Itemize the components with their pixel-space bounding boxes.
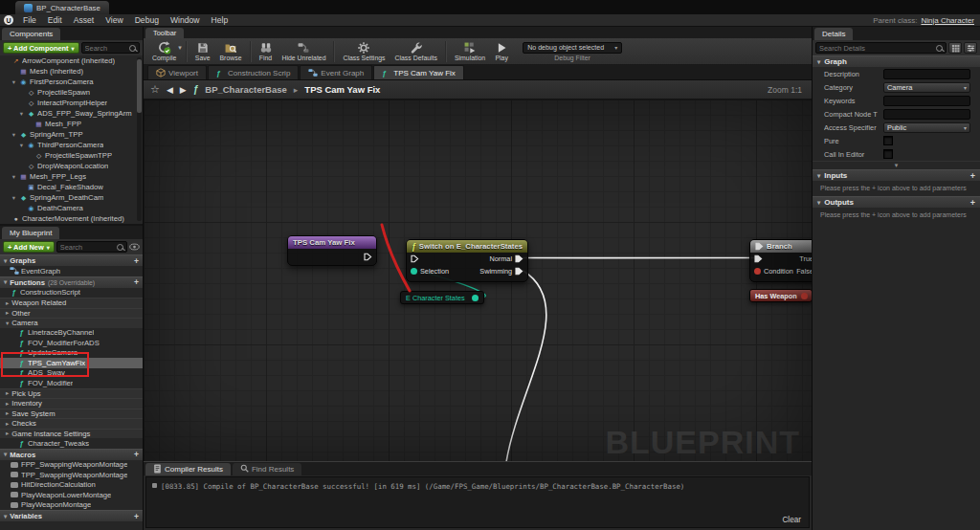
component-tree-item-mesh-fpp-legs[interactable]: ▾▦Mesh_FPP_Legs — [0, 171, 143, 182]
compile-button[interactable]: Compile — [147, 39, 181, 62]
component-tree-item-mesh-inherited[interactable]: ▦Mesh (Inherited) — [0, 66, 143, 77]
toolbar-tab[interactable]: Toolbar — [145, 28, 184, 38]
save-button[interactable]: Save — [190, 39, 215, 62]
component-tree-item-projectilespawntpp[interactable]: ◇ProjectileSpawnTPP — [0, 150, 143, 161]
component-tree-item-interactprompthelper[interactable]: ◇InteractPromptHelper — [0, 98, 143, 108]
blueprint-item-fov-modifier[interactable]: ƒFOV_Modifier — [0, 378, 143, 388]
tab-construction-scrip[interactable]: ƒConstruction Scrip — [208, 65, 299, 79]
simulation-button[interactable]: Simulation — [450, 39, 490, 62]
component-tree-item-springarm-deathcam[interactable]: ▾◆SpringArm_DeathCam — [0, 192, 143, 203]
category-camera[interactable]: ▾Camera — [0, 318, 143, 328]
my-blueprint-search-input[interactable] — [60, 243, 115, 252]
blueprint-item-tps-camyawfix[interactable]: ƒTPS_CamYawFix — [0, 358, 143, 368]
compile-options-caret-icon[interactable]: ▾ — [178, 44, 182, 52]
collapse-icon[interactable]: ▾ — [11, 173, 17, 181]
component-tree-item-springarm-tpp[interactable]: ▾◆SpringArm_TPP — [0, 129, 143, 140]
category-checks[interactable]: ▸Checks — [0, 418, 143, 429]
add-new-button[interactable]: + Add New — [3, 241, 55, 253]
enum-output-pin[interactable] — [472, 295, 479, 301]
node-has-weapon[interactable]: Has Weapon — [749, 289, 812, 302]
category-save-system[interactable]: ▸Save System — [0, 409, 143, 419]
add-output-button[interactable] — [970, 198, 975, 208]
components-search-input[interactable] — [85, 44, 127, 53]
detail-text-field[interactable] — [883, 109, 970, 120]
details-search-input[interactable] — [819, 44, 934, 53]
components-search[interactable] — [81, 42, 140, 54]
section-functions[interactable]: ▾Functions(28 Overridable)+ — [0, 276, 143, 288]
component-tree-item-mesh-fpp[interactable]: ▦Mesh_FPP — [0, 119, 143, 129]
add-macros-button[interactable]: + — [134, 450, 139, 459]
enum-input-pin[interactable] — [411, 268, 417, 275]
add-functions-button[interactable]: + — [134, 277, 139, 287]
component-tree-item-dropweaponlocation[interactable]: ◇DropWeaponLocation — [0, 161, 143, 171]
components-tab[interactable]: Components — [2, 28, 60, 40]
section-graphs[interactable]: ▾Graphs+ — [0, 254, 143, 266]
detail-text-field[interactable] — [883, 96, 970, 106]
component-tree-item-decal-fakeshadow[interactable]: ▣Decal_FakeShadow — [0, 182, 143, 192]
favorite-star-icon[interactable] — [150, 83, 160, 96]
detail-dropdown[interactable]: Public — [883, 122, 970, 133]
graph-section-header[interactable]: Graph — [813, 55, 980, 67]
detail-dropdown[interactable]: Camera — [883, 82, 970, 93]
menu-asset[interactable]: Asset — [68, 15, 100, 25]
component-tree-item-arrowcomponent-inherited[interactable]: ↗ArrowComponent (Inherited) — [0, 55, 143, 66]
scrollbar-thumb[interactable] — [137, 59, 142, 113]
menu-file[interactable]: File — [17, 15, 42, 25]
add-graphs-button[interactable]: + — [134, 256, 139, 266]
collapse-icon[interactable]: ▾ — [11, 131, 17, 139]
blueprint-item-character-tweaks[interactable]: ƒCharacter_Tweaks — [0, 438, 143, 449]
collapse-icon[interactable]: ▾ — [11, 78, 17, 86]
component-tree-item-firstpersoncamera[interactable]: ▾◉FirstPersonCamera — [0, 77, 143, 87]
find-button[interactable]: Find — [255, 39, 278, 62]
details-search[interactable] — [815, 42, 947, 54]
tab-compiler-results[interactable]: Compiler Results — [145, 463, 231, 475]
category-other[interactable]: ▸Other — [0, 308, 143, 319]
component-tree-item-thirdpersoncamera[interactable]: ▾◉ThirdPersonCamera — [0, 140, 143, 150]
category-pick-ups[interactable]: ▸Pick Ups — [0, 388, 143, 399]
class-defaults-button[interactable]: Class Defaults — [390, 39, 442, 62]
exec-out-pin[interactable] — [364, 253, 372, 261]
add-variables-button[interactable]: + — [134, 512, 139, 521]
component-tree-item-projectilespawn[interactable]: ◇ProjectileSpawn — [0, 87, 143, 98]
blueprint-item-fpp-swappingweaponmontage[interactable]: FPP_SwappingWeaponMontage — [0, 460, 143, 471]
hide-unrelated-button[interactable]: Hide Unrelated — [278, 39, 331, 62]
exec-in-pin[interactable] — [754, 254, 763, 263]
component-tree-item-charactermovement-inherited[interactable]: ●CharacterMovement (Inherited) — [0, 213, 143, 224]
menu-edit[interactable]: Edit — [42, 15, 68, 25]
collapse-icon[interactable]: ▾ — [18, 142, 25, 149]
forward-icon[interactable] — [180, 85, 187, 95]
blueprint-item-tpp-swappingweaponmontage[interactable]: TPP_SwappingWeaponMontage — [0, 470, 143, 480]
component-tree-item-deathcamera[interactable]: ◉DeathCamera — [0, 203, 143, 213]
browse-button[interactable]: Browse — [215, 39, 247, 62]
node-e-character-states[interactable]: E Character States — [400, 291, 484, 304]
menu-debug[interactable]: Debug — [129, 15, 165, 25]
my-blueprint-tab[interactable]: My Blueprint — [2, 227, 59, 239]
blueprint-item-hitdirectioncalculation[interactable]: HitDirectionCalculation — [0, 480, 143, 491]
collapse-icon[interactable]: ▾ — [11, 194, 17, 202]
debug-object-dropdown[interactable]: No debug object selected — [523, 42, 622, 54]
collapse-icon[interactable]: ▾ — [18, 110, 25, 118]
display-filter-icon[interactable] — [964, 42, 977, 54]
node-branch[interactable]: Branch True Condition False — [749, 239, 812, 282]
tab-tps-cam-yaw-fix[interactable]: ƒTPS Cam Yaw Fix — [373, 65, 464, 79]
category-game-instance-settings[interactable]: ▸Game Instance Settings — [0, 429, 143, 439]
detail-text-field[interactable] — [883, 69, 970, 79]
node-switch-on-e-characterstates[interactable]: Switch on E_CharacterStates Normal Selec… — [406, 239, 528, 282]
play-button[interactable]: Play — [490, 39, 513, 62]
outputs-section-header[interactable]: Outputs — [813, 196, 980, 208]
blueprint-item-constructionscript[interactable]: ƒConstructionScript — [0, 288, 143, 298]
menu-view[interactable]: View — [100, 15, 128, 25]
back-icon[interactable] — [167, 85, 173, 95]
menu-help[interactable]: Help — [206, 15, 234, 25]
add-input-button[interactable] — [970, 171, 975, 181]
blueprint-item-linetracebychannel[interactable]: ƒLinetraceByChannel — [0, 328, 143, 339]
details-tab[interactable]: Details — [814, 28, 853, 40]
blueprint-item-updatecamera[interactable]: ƒUpdateCamera — [0, 348, 143, 359]
blueprint-graph-canvas[interactable]: BLUEPRINT TPS Cam Yaw Fix Switch o — [144, 99, 812, 461]
category-inventory[interactable]: ▸Inventory — [0, 398, 143, 409]
visibility-filter-icon[interactable] — [129, 243, 140, 251]
condition-bool-pin[interactable] — [754, 268, 761, 275]
section-macros[interactable]: ▾Macros+ — [0, 449, 143, 460]
tab-viewport[interactable]: Viewport — [147, 65, 207, 79]
parent-class-link[interactable]: Ninja Character — [921, 16, 974, 25]
